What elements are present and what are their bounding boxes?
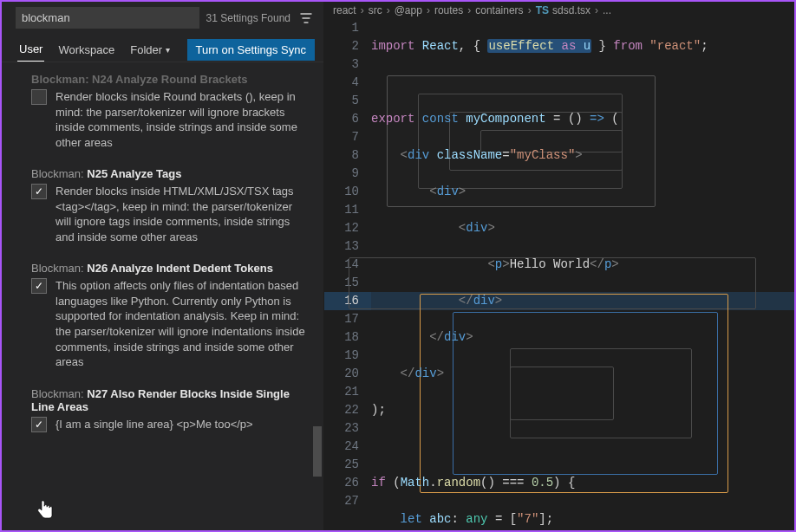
setting-checkbox[interactable] <box>31 278 47 294</box>
breadcrumb-item[interactable]: src <box>369 4 382 16</box>
tab-folder-label: Folder <box>130 43 162 56</box>
setting-prefix: Blockman: <box>31 73 92 86</box>
setting-title: Blockman: N26 Analyze Indent Dedent Toke… <box>31 262 308 275</box>
setting-desc-text: Render blocks inside Round brackets (), … <box>55 90 297 149</box>
setting-desc-text: {I am a single line area} <p>Me too</p> <box>55 418 253 431</box>
chevron-right-icon: › <box>361 4 364 16</box>
code-content: import React, { useEffect as u } from "r… <box>371 19 794 530</box>
setting-n25: Blockman: N25 Analyze Tags Render blocks… <box>2 162 323 256</box>
setting-checkbox[interactable] <box>31 417 47 432</box>
setting-checkbox[interactable] <box>31 184 47 199</box>
setting-description: This option affects only files of indent… <box>31 278 308 369</box>
settings-list: Blockman: N24 Analyze Round Brackets Ren… <box>2 62 323 530</box>
breadcrumb-item[interactable]: @app <box>395 4 422 16</box>
setting-prefix: Blockman: <box>31 167 87 180</box>
setting-name: N26 Analyze Indent Dedent Tokens <box>87 262 273 275</box>
chevron-right-icon: › <box>595 4 598 16</box>
chevron-right-icon: › <box>467 4 471 16</box>
line-number-gutter: 1234567891011121314151617181920212223242… <box>324 19 371 530</box>
settings-scrollbar[interactable] <box>313 426 322 477</box>
setting-description: Render blocks inside HTML/XML/JSX/TSX ta… <box>31 184 308 244</box>
breadcrumb-item[interactable]: containers <box>475 4 523 16</box>
settings-panel: 31 Settings Found User Workspace Folder … <box>2 2 324 530</box>
tab-folder[interactable]: Folder ▾ <box>128 38 172 62</box>
chevron-right-icon: › <box>528 4 532 16</box>
chevron-right-icon: › <box>427 4 430 16</box>
setting-description: {I am a single line area} <p>Me too</p> <box>31 417 308 432</box>
settings-results-count: 31 Settings Found <box>206 12 290 24</box>
setting-n27: Blockman: N27 Also Render Blocks Inside … <box>2 382 323 458</box>
file-type-badge: TS <box>536 4 549 16</box>
tab-user[interactable]: User <box>17 37 44 62</box>
setting-name: N24 Analyze Round Brackets <box>92 73 247 86</box>
setting-prefix: Blockman: <box>31 387 87 400</box>
breadcrumb-trail: ... <box>603 4 611 16</box>
settings-search-row: 31 Settings Found <box>2 2 323 34</box>
setting-checkbox[interactable] <box>31 89 47 105</box>
setting-n26: Blockman: N26 Analyze Indent Dedent Toke… <box>2 256 323 381</box>
setting-title: Blockman: N27 Also Render Blocks Inside … <box>31 387 308 413</box>
setting-n24: Blockman: N24 Analyze Round Brackets Ren… <box>2 68 323 162</box>
cursor-hand-icon <box>36 499 55 522</box>
setting-name: N25 Analyze Tags <box>87 167 181 180</box>
setting-prefix: Blockman: <box>31 262 87 275</box>
settings-sync-button[interactable]: Turn on Settings Sync <box>187 39 315 61</box>
setting-desc-text: Render blocks inside HTML/XML/JSX/TSX ta… <box>55 185 294 243</box>
setting-title: Blockman: N25 Analyze Tags <box>31 167 308 180</box>
tab-workspace[interactable]: Workspace <box>56 38 116 62</box>
setting-title: Blockman: N24 Analyze Round Brackets <box>31 73 308 86</box>
settings-scope-tabs: User Workspace Folder ▾ Turn on Settings… <box>2 34 323 62</box>
breadcrumb-item[interactable]: routes <box>434 4 463 16</box>
chevron-down-icon: ▾ <box>166 45 170 55</box>
breadcrumbs[interactable]: react› src› @app› routes› containers› TS… <box>324 2 794 19</box>
chevron-right-icon: › <box>387 4 390 16</box>
setting-description: Render blocks inside Round brackets (), … <box>31 89 308 150</box>
setting-desc-text: This option affects only files of indent… <box>55 279 305 368</box>
settings-search-input[interactable] <box>16 7 199 29</box>
breadcrumb-file[interactable]: sdsd.tsx <box>552 4 590 16</box>
breadcrumb-item[interactable]: react <box>333 4 356 16</box>
code-editor[interactable]: 1234567891011121314151617181920212223242… <box>324 19 794 530</box>
editor-panel: react› src› @app› routes› containers› TS… <box>324 2 794 530</box>
filter-icon[interactable] <box>297 10 315 27</box>
